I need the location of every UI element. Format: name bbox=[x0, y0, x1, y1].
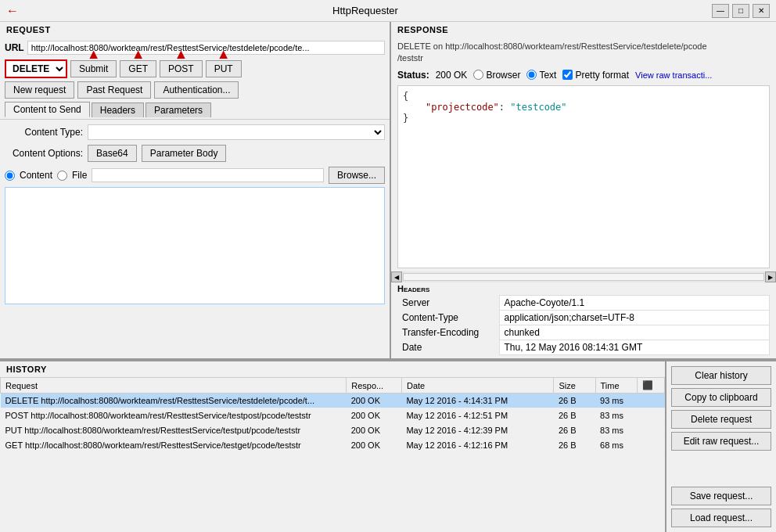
pretty-format-label: Pretty format bbox=[575, 70, 629, 81]
spacer bbox=[671, 454, 771, 483]
header-value: Thu, 12 May 2016 08:14:31 GMT bbox=[499, 340, 770, 355]
put-wrapper: PUT ▲ bbox=[206, 60, 242, 77]
method-select-wrapper: DELETE GET POST PUT bbox=[5, 59, 67, 78]
method-row: DELETE GET POST PUT Submit ▲ GET ▲ POST bbox=[0, 58, 390, 80]
history-export bbox=[637, 408, 664, 423]
submit-wrapper: Submit ▲ bbox=[70, 60, 117, 77]
header-row: Transfer-Encoding chunked bbox=[397, 325, 770, 340]
back-icon[interactable]: ← bbox=[6, 4, 19, 18]
content-options-label: Content Options: bbox=[5, 148, 83, 159]
close-button[interactable]: ✕ bbox=[753, 4, 770, 18]
maximize-button[interactable]: □ bbox=[732, 4, 749, 18]
content-area: Content Type: Content Options: Base64 Pa… bbox=[0, 120, 390, 358]
tabs-row: Content to Send Headers Parameters bbox=[0, 100, 390, 120]
authentication-button[interactable]: Authentication... bbox=[154, 81, 239, 99]
url-label: URL bbox=[5, 42, 24, 53]
history-section-header: History bbox=[0, 361, 665, 377]
history-request: GET http://localhost:8080/workteam/rest/… bbox=[1, 438, 347, 453]
titlebar: ← HttpRequester — □ ✕ bbox=[0, 0, 776, 22]
history-response: 200 OK bbox=[347, 423, 402, 438]
new-request-button[interactable]: New request bbox=[5, 81, 74, 99]
tab-parameters[interactable]: Parameters bbox=[146, 102, 211, 117]
file-path-input[interactable] bbox=[92, 168, 324, 182]
response-json: { "projectcode": "testcode" } bbox=[403, 91, 764, 124]
horizontal-scrollbar[interactable]: ◀ ▶ bbox=[391, 271, 776, 282]
bottom-section: History Request Respo... Date Size Time … bbox=[0, 360, 776, 532]
response-body: { "projectcode": "testcode" } bbox=[397, 85, 770, 268]
load-request-button[interactable]: Load request... bbox=[671, 509, 771, 527]
history-time: 68 ms bbox=[595, 438, 637, 453]
request-panel: Request URL DELETE GET POST PUT Submit bbox=[0, 22, 391, 358]
status-label: Status: bbox=[397, 70, 429, 81]
headers-section: Headers Server Apache-Coyote/1.1 Content… bbox=[391, 282, 776, 358]
status-row: Status: 200 OK Browser Text Pretty forma… bbox=[391, 68, 776, 82]
edit-raw-request-button[interactable]: Edit raw request... bbox=[671, 432, 771, 451]
history-row[interactable]: POST http://localhost:8080/workteam/rest… bbox=[1, 408, 665, 423]
pretty-format-checkbox[interactable] bbox=[562, 70, 573, 80]
main-container: Request URL DELETE GET POST PUT Submit bbox=[0, 22, 776, 532]
browse-button[interactable]: Browse... bbox=[329, 167, 385, 184]
delete-request-button[interactable]: Delete request bbox=[671, 410, 771, 429]
headers-title: Headers bbox=[397, 282, 770, 295]
browser-radio-label: Browser bbox=[486, 70, 520, 81]
history-date: May 12 2016 - 4:14:31 PM bbox=[401, 394, 554, 408]
tab-headers[interactable]: Headers bbox=[92, 102, 144, 117]
window-controls: — □ ✕ bbox=[712, 4, 770, 18]
export-icon[interactable]: ⬛ bbox=[642, 380, 653, 390]
request-section-header: Request bbox=[0, 22, 390, 38]
save-request-button[interactable]: Save request... bbox=[671, 487, 771, 505]
history-table-container: Request Respo... Date Size Time ⬛ DELETE… bbox=[0, 377, 665, 532]
history-row[interactable]: DELETE http://localhost:8080/workteam/re… bbox=[1, 394, 665, 408]
put-button[interactable]: PUT bbox=[206, 60, 242, 77]
text-radio-label: Text bbox=[539, 70, 556, 81]
status-value: 200 OK bbox=[436, 70, 468, 81]
col-size: Size bbox=[554, 378, 595, 394]
clear-history-button[interactable]: Clear history bbox=[671, 366, 771, 385]
history-panel: History Request Respo... Date Size Time … bbox=[0, 361, 666, 532]
post-button[interactable]: POST bbox=[160, 60, 203, 77]
copy-clipboard-button[interactable]: Copy to clipboard bbox=[671, 388, 771, 407]
tab-content-to-send[interactable]: Content to Send bbox=[5, 102, 90, 117]
scroll-right-button[interactable]: ▶ bbox=[765, 271, 776, 282]
base64-button[interactable]: Base64 bbox=[88, 145, 137, 162]
browser-radio-item: Browser bbox=[473, 70, 520, 81]
history-row[interactable]: PUT http://localhost:8080/workteam/rest/… bbox=[1, 423, 665, 438]
history-time: 93 ms bbox=[595, 394, 637, 408]
col-request: Request bbox=[1, 378, 347, 394]
scroll-left-button[interactable]: ◀ bbox=[391, 271, 402, 282]
col-time: Time bbox=[595, 378, 637, 394]
view-raw-link[interactable]: View raw transacti... bbox=[635, 70, 712, 80]
file-radio[interactable] bbox=[57, 171, 67, 181]
history-response: 200 OK bbox=[347, 438, 402, 453]
history-header-row: Request Respo... Date Size Time ⬛ bbox=[1, 378, 665, 394]
content-type-label: Content Type: bbox=[5, 127, 83, 138]
get-button[interactable]: GET bbox=[120, 60, 156, 77]
minimize-button[interactable]: — bbox=[712, 4, 729, 18]
content-radio-label: Content bbox=[20, 170, 52, 181]
parameter-body-button[interactable]: Parameter Body bbox=[142, 145, 227, 162]
content-radio[interactable] bbox=[5, 171, 15, 181]
history-row[interactable]: GET http://localhost:8080/workteam/rest/… bbox=[1, 438, 665, 453]
history-export bbox=[637, 438, 664, 453]
submit-button[interactable]: Submit bbox=[70, 60, 117, 77]
text-radio[interactable] bbox=[526, 70, 537, 80]
history-time: 83 ms bbox=[595, 408, 637, 423]
content-type-select[interactable] bbox=[88, 124, 385, 140]
col-export: ⬛ bbox=[637, 378, 664, 394]
history-export bbox=[637, 394, 664, 408]
history-response: 200 OK bbox=[347, 394, 402, 408]
header-name: Content-Type bbox=[397, 311, 499, 325]
history-time: 83 ms bbox=[595, 423, 637, 438]
past-request-button[interactable]: Past Request bbox=[77, 81, 151, 99]
browser-radio[interactable] bbox=[473, 70, 483, 80]
method-select[interactable]: DELETE GET POST PUT bbox=[5, 59, 67, 78]
content-textarea[interactable] bbox=[5, 187, 385, 304]
history-request: PUT http://localhost:8080/workteam/rest/… bbox=[1, 423, 347, 438]
history-request: DELETE http://localhost:8080/workteam/re… bbox=[1, 394, 347, 408]
url-input[interactable] bbox=[27, 41, 385, 55]
scroll-track[interactable] bbox=[403, 273, 764, 281]
history-size: 26 B bbox=[554, 394, 595, 408]
get-wrapper: GET ▲ bbox=[120, 60, 156, 77]
content-file-radio: Content File Browse... bbox=[5, 167, 385, 184]
header-name: Transfer-Encoding bbox=[397, 325, 499, 340]
